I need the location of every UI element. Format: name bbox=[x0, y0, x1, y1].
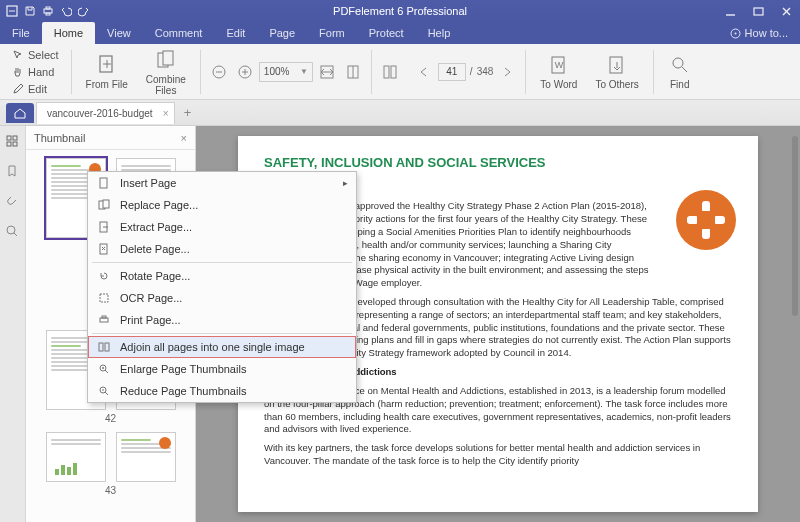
svg-rect-34 bbox=[105, 343, 109, 351]
delete-icon bbox=[96, 241, 112, 257]
menubar: File Home View Comment Edit Page Form Pr… bbox=[0, 22, 800, 44]
zoom-level[interactable]: 100%▼ bbox=[259, 62, 313, 82]
minimize-icon[interactable] bbox=[722, 3, 738, 19]
edit-tool[interactable]: Edit bbox=[12, 81, 59, 96]
menu-edit[interactable]: Edit bbox=[214, 22, 257, 44]
combine-files-button[interactable]: Combine Files bbox=[138, 46, 194, 98]
tab-close-icon[interactable]: × bbox=[163, 108, 169, 119]
tabstrip: vancouver-2016-budget × + bbox=[0, 100, 800, 126]
page-current-input[interactable]: 41 bbox=[438, 63, 466, 81]
menu-page[interactable]: Page bbox=[257, 22, 307, 44]
rotate-icon bbox=[96, 268, 112, 284]
svg-rect-1 bbox=[44, 9, 52, 13]
fit-page-button[interactable] bbox=[341, 60, 365, 84]
svg-rect-23 bbox=[13, 142, 17, 146]
svg-rect-22 bbox=[7, 142, 11, 146]
next-page-button[interactable] bbox=[495, 60, 519, 84]
ctx-insert-page[interactable]: Insert Page▸ bbox=[88, 172, 356, 194]
help-hint[interactable]: How to... bbox=[730, 22, 800, 44]
thumbnails-icon[interactable] bbox=[5, 134, 21, 150]
insert-icon bbox=[96, 175, 112, 191]
redo-icon[interactable] bbox=[76, 3, 92, 19]
search-icon[interactable] bbox=[5, 224, 21, 240]
document-tab[interactable]: vancouver-2016-budget × bbox=[36, 102, 175, 124]
home-tab-button[interactable] bbox=[6, 103, 34, 123]
add-tab-button[interactable]: + bbox=[177, 105, 197, 120]
svg-rect-32 bbox=[102, 316, 106, 318]
hand-tool[interactable]: Hand bbox=[12, 64, 59, 79]
menu-home[interactable]: Home bbox=[42, 22, 95, 44]
menu-form[interactable]: Form bbox=[307, 22, 357, 44]
app-menu-icon[interactable] bbox=[4, 3, 20, 19]
adjoin-icon bbox=[96, 339, 112, 355]
zoom-out-button[interactable] bbox=[207, 60, 231, 84]
thumbnail-panel-close-icon[interactable]: × bbox=[181, 132, 187, 144]
thumb-label-42: 42 bbox=[26, 410, 195, 432]
menu-view[interactable]: View bbox=[95, 22, 143, 44]
ctx-print-page[interactable]: Print Page... bbox=[88, 309, 356, 331]
menu-help[interactable]: Help bbox=[416, 22, 463, 44]
thumb-label-43: 43 bbox=[26, 482, 195, 504]
page-layout-button[interactable] bbox=[378, 60, 402, 84]
svg-point-24 bbox=[7, 226, 15, 234]
svg-rect-3 bbox=[46, 13, 50, 15]
svg-rect-9 bbox=[163, 51, 173, 65]
section-heading: SAFETY, INCLUSION AND SOCIAL SERVICES bbox=[264, 154, 732, 172]
print-icon[interactable] bbox=[40, 3, 56, 19]
bookmarks-icon[interactable] bbox=[5, 164, 21, 180]
thumbnail-page-43b[interactable] bbox=[116, 432, 176, 482]
svg-rect-20 bbox=[7, 136, 11, 140]
ribbon: Select Hand Edit From File Combine Files… bbox=[0, 44, 800, 100]
ctx-rotate-page[interactable]: Rotate Page... bbox=[88, 265, 356, 287]
svg-rect-30 bbox=[100, 294, 108, 302]
select-tool[interactable]: Select bbox=[12, 47, 59, 62]
fit-width-button[interactable] bbox=[315, 60, 339, 84]
chevron-right-icon: ▸ bbox=[343, 178, 348, 188]
help-hint-text: How to... bbox=[745, 27, 788, 39]
save-icon[interactable] bbox=[22, 3, 38, 19]
scrollbar-thumb[interactable] bbox=[792, 136, 798, 316]
svg-rect-25 bbox=[100, 178, 107, 188]
page-total: 348 bbox=[477, 66, 494, 77]
svg-rect-14 bbox=[384, 66, 389, 78]
ctx-adjoin-pages[interactable]: Adjoin all pages into one single image bbox=[88, 336, 356, 358]
menu-file[interactable]: File bbox=[0, 22, 42, 44]
ctx-delete-page[interactable]: Delete Page... bbox=[88, 238, 356, 260]
ctx-reduce-thumbs[interactable]: Reduce Page Thumbnails bbox=[88, 380, 356, 402]
svg-rect-33 bbox=[99, 343, 103, 351]
context-menu: Insert Page▸ Replace Page... Extract Pag… bbox=[87, 171, 357, 403]
to-word-button[interactable]: W To Word bbox=[532, 51, 585, 92]
app-title: PDFelement 6 Professional bbox=[333, 5, 467, 17]
attachments-icon[interactable] bbox=[5, 194, 21, 210]
print-icon bbox=[96, 312, 112, 328]
svg-rect-31 bbox=[100, 318, 108, 322]
svg-rect-18 bbox=[610, 57, 622, 73]
thumbnail-panel-title: Thumbnail bbox=[34, 132, 85, 144]
hands-circle-icon bbox=[676, 190, 736, 250]
to-others-button[interactable]: To Others bbox=[587, 51, 646, 92]
thumbnail-page-43a[interactable] bbox=[46, 432, 106, 482]
undo-icon[interactable] bbox=[58, 3, 74, 19]
p4: With its key partners, the task force de… bbox=[264, 442, 732, 468]
svg-point-6 bbox=[734, 32, 736, 34]
menu-comment[interactable]: Comment bbox=[143, 22, 215, 44]
ctx-replace-page[interactable]: Replace Page... bbox=[88, 194, 356, 216]
cursor-mode-group: Select Hand Edit bbox=[6, 45, 65, 98]
extract-icon bbox=[96, 219, 112, 235]
titlebar: PDFelement 6 Professional bbox=[0, 0, 800, 22]
from-file-button[interactable]: From File bbox=[78, 51, 136, 92]
close-icon[interactable] bbox=[778, 3, 794, 19]
zoom-in-button[interactable] bbox=[233, 60, 257, 84]
prev-page-button[interactable] bbox=[412, 60, 436, 84]
maximize-icon[interactable] bbox=[750, 3, 766, 19]
document-tab-label: vancouver-2016-budget bbox=[47, 108, 153, 119]
sidebar bbox=[0, 126, 26, 522]
zoom-in-icon bbox=[96, 361, 112, 377]
find-button[interactable]: Find bbox=[660, 51, 700, 92]
svg-text:W: W bbox=[555, 60, 564, 70]
ctx-ocr-page[interactable]: OCR Page... bbox=[88, 287, 356, 309]
ctx-extract-page[interactable]: Extract Page... bbox=[88, 216, 356, 238]
menu-protect[interactable]: Protect bbox=[357, 22, 416, 44]
svg-rect-15 bbox=[391, 66, 396, 78]
ctx-enlarge-thumbs[interactable]: Enlarge Page Thumbnails bbox=[88, 358, 356, 380]
